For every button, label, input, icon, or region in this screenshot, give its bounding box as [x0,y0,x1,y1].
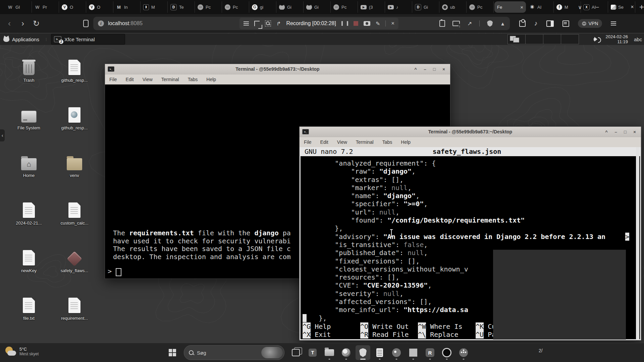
menu-terminal[interactable]: Terminal [157,77,183,82]
browser-tab[interactable]: ···Pc [331,1,358,13]
clipboard-icon[interactable] [439,20,445,27]
menu-view[interactable]: View [333,139,352,145]
crop-icon[interactable] [254,21,260,26]
desktop-icon-custom-calc-[interactable]: custom_calc... [54,200,95,226]
close-icon[interactable]: × [632,129,637,134]
zoom-region-icon[interactable] [265,20,271,26]
menu-terminal[interactable]: Terminal [352,139,378,145]
browser-tab[interactable]: Gi [304,1,331,13]
save-page-icon[interactable] [452,21,460,26]
tab-close-icon[interactable]: × [520,4,523,10]
desktop-icon-safety-flaws-[interactable]: safety_flaws... [54,248,95,273]
browser-tab[interactable]: ···Pc [222,1,249,13]
desktop-icon-file-txt[interactable]: file.txt [9,296,49,321]
back-icon[interactable]: ‹ [3,19,16,28]
maximize-icon[interactable]: □ [623,129,628,134]
desktop-icon-2024-02-21-[interactable]: 2024-02-21... [9,200,49,226]
menu-icon[interactable] [244,23,249,24]
media-icon[interactable]: ♪ [534,20,538,27]
reading-list-icon[interactable] [562,20,569,27]
browser-tab[interactable]: WPr [32,1,59,13]
desktop-icon-file-system[interactable]: File System [9,105,49,130]
menu-file[interactable]: File [300,139,316,145]
browser-tab[interactable]: ✳AI [527,1,554,13]
taskbar-app-docker[interactable] [456,345,471,360]
taskbar-app-notepad[interactable] [372,345,387,360]
close-recording-icon[interactable]: × [391,20,394,27]
desktop-icon-newkey[interactable]: newKey [9,248,49,273]
minimize-icon[interactable]: – [613,129,618,134]
start-button[interactable] [165,345,180,360]
forward-icon[interactable]: › [16,19,30,28]
browser-tab[interactable]: ···Pc [195,1,222,13]
workspace-1[interactable] [508,35,526,44]
close-icon[interactable]: × [628,4,637,10]
applications-menu-button[interactable]: Applications [0,34,43,45]
close-icon[interactable]: × [441,67,446,72]
browser-tab[interactable]: WGI [5,1,32,13]
menu-help[interactable]: Help [202,77,220,82]
brave-shield-icon[interactable] [487,20,493,27]
volume-icon[interactable] [594,36,600,42]
taskbar-app-teams[interactable]: T [305,345,320,360]
browser-tab[interactable]: ub [439,1,467,13]
site-info-icon[interactable]: i [98,20,104,26]
taskbar-app-obsidian[interactable] [439,345,454,360]
browser-tab[interactable]: Gi [276,1,304,13]
browser-tab[interactable]: VO [59,1,86,13]
taskbar-search[interactable]: Søg [184,345,284,360]
weather-widget[interactable]: 5°C Mest skyet [5,346,39,357]
desktop-icon-venv[interactable]: venv [54,153,95,178]
menu-file[interactable]: File [105,77,121,82]
pencil-icon[interactable]: ✎ [376,20,380,27]
device-icon[interactable] [83,20,89,27]
taskbar-app-taskview[interactable] [288,345,303,360]
shade-icon[interactable]: ^ [413,67,418,72]
desktop-icon-trash[interactable]: Trash [9,58,49,83]
reload-icon[interactable]: ↻ [30,19,43,28]
panel-clock[interactable]: 2024-02-26 11:19 [606,34,628,44]
taskbar-app-edge[interactable] [339,345,354,360]
browser-tab[interactable]: ···Pc [467,1,494,13]
camera-icon[interactable] [364,21,370,26]
share-icon[interactable]: ↗ [467,20,472,27]
taskbar-app-gimp[interactable] [389,345,404,360]
browser-tab[interactable]: Ggi [249,1,276,13]
menu-help[interactable]: Help [396,139,415,145]
nano-scrollbar[interactable] [636,147,639,339]
window-titlebar[interactable]: >_ Terminal - @55e99db9a673:~/Desktop ^–… [105,64,450,74]
browser-menu-icon[interactable] [611,23,616,24]
taskbar-button-xfce-terminal[interactable]: >_2 Xfce Terminal [51,34,125,45]
browser-tab[interactable]: ▶(3 [358,1,385,13]
extensions-icon[interactable] [519,20,526,27]
maximize-icon[interactable]: □ [610,4,619,10]
desktop-icon-requirement-[interactable]: requirement... [54,296,95,321]
minimize-icon[interactable]: – [593,4,602,10]
taskbar-app-brave[interactable] [356,345,370,360]
stop-icon[interactable] [354,21,358,26]
brave-rewards-icon[interactable]: ▲ [500,21,505,26]
maximize-icon[interactable]: □ [432,67,437,72]
taskbar-app-rstudio[interactable]: R [423,345,437,360]
browser-tab[interactable]: XM [141,1,168,13]
browser-tab[interactable]: DGi [412,1,439,13]
menu-edit[interactable]: Edit [316,139,333,145]
workspace-3[interactable] [543,35,561,44]
browser-tab[interactable]: VO [86,1,113,13]
vpn-button[interactable]: VPN [578,19,602,28]
desktop-icon-home[interactable]: ⌂Home [9,153,49,178]
taskbar-app-vscode[interactable] [406,345,421,360]
panel-hide-arrow[interactable]: ‹ [0,129,5,141]
tab-search-icon[interactable]: ∨ [576,4,584,10]
window-titlebar[interactable]: >_ Terminal - @55e99db9a673:~/Desktop ^–… [300,127,641,137]
shade-icon[interactable]: ^ [604,129,609,134]
browser-tab[interactable]: DTe [168,1,195,13]
search-highlight-image[interactable] [261,347,283,358]
menu-view[interactable]: View [138,77,157,82]
desktop-icon-github-resp-[interactable]: github_resp... [54,105,95,130]
workspace-switcher[interactable] [507,34,579,44]
taskbar-app-explorer[interactable] [322,345,337,360]
minimize-icon[interactable]: – [423,67,427,72]
browser-tab[interactable]: Fe× [494,1,526,13]
browser-tab[interactable]: MIn [113,1,141,13]
